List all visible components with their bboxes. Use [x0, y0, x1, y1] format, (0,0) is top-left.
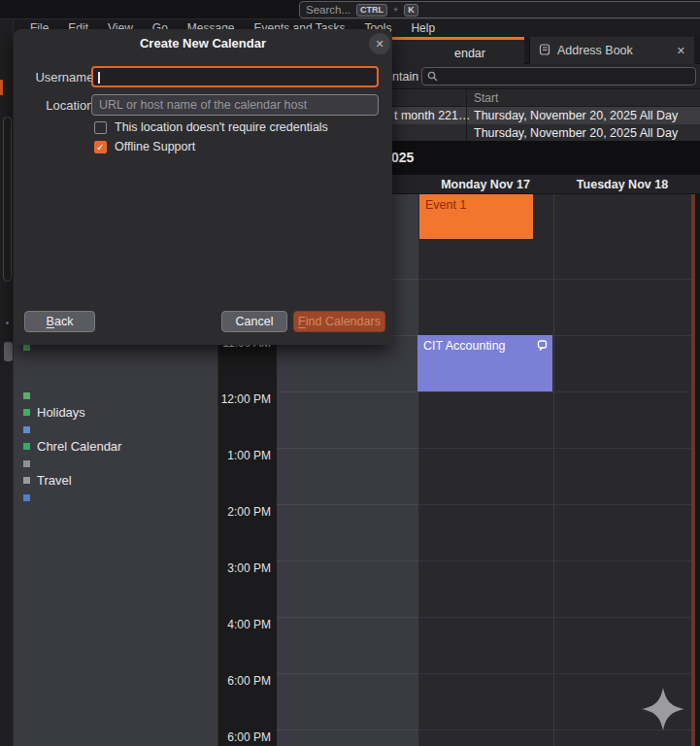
- calendar-name: Holidays: [37, 405, 85, 420]
- event-start-cell: Thursday, November 20, 2025 All Day: [474, 126, 678, 140]
- search-icon: [427, 68, 438, 85]
- back-button[interactable]: Back: [24, 311, 95, 332]
- time-label: 4:00 PM: [227, 618, 271, 631]
- dialog-close-icon[interactable]: ✕: [369, 33, 390, 54]
- allday-event-event1[interactable]: Event 1: [419, 194, 533, 239]
- grid-right-margin: [695, 194, 700, 746]
- offline-support-checkbox-label: Offline Support: [115, 140, 195, 153]
- hour-gridline: [277, 617, 417, 618]
- hour-gridline: [277, 729, 417, 730]
- sparkle-icon: [640, 686, 686, 736]
- event-filter-input[interactable]: [421, 67, 696, 85]
- username-field[interactable]: [91, 66, 379, 87]
- calendar-list-item[interactable]: [23, 456, 208, 471]
- event-title-cell: t month 221…: [394, 109, 471, 122]
- calendar-color-swatch: [23, 460, 30, 467]
- spaces-settings-button[interactable]: [4, 342, 13, 361]
- hour-gridline: [277, 448, 417, 449]
- global-search-input[interactable]: Search... CTRL + K: [299, 1, 700, 18]
- tab-address-book[interactable]: Address Book ✕: [529, 37, 694, 64]
- location-label: Location:: [21, 98, 97, 113]
- offline-support-checkbox-row[interactable]: ✓ Offline Support: [94, 140, 195, 153]
- calendar-list-item-travel[interactable]: Travel: [23, 473, 208, 489]
- username-label: Username:: [21, 70, 97, 85]
- calendar-color-swatch: [23, 494, 30, 501]
- hour-gridline: [277, 391, 417, 392]
- menu-help[interactable]: Help: [402, 20, 444, 36]
- hour-gridline: [277, 560, 417, 561]
- top-search-strip: Search... CTRL + K: [0, 0, 700, 19]
- hour-gridline: [417, 560, 691, 561]
- calendar-color-swatch: [23, 409, 30, 416]
- calendar-color-swatch: [23, 392, 30, 399]
- time-label: 1:00 PM: [227, 449, 271, 462]
- event-start-cell: Thursday, November 20, 2025 All Day: [474, 109, 678, 122]
- event-title: Event 1: [425, 198, 466, 212]
- calendar-name: Chrel Calendar: [37, 439, 121, 454]
- credentials-checkbox-label: This location doesn't require credential…: [115, 120, 328, 134]
- event-title: CIT Accounting: [423, 339, 506, 353]
- hour-gridline: [417, 279, 691, 280]
- week-title-fragment: 025: [391, 150, 414, 165]
- hour-gridline: [417, 504, 691, 505]
- time-label: 2:00 PM: [227, 505, 271, 519]
- calendar-list-item-holidays[interactable]: Holidays: [23, 405, 208, 421]
- search-placeholder: Search...: [306, 4, 350, 16]
- calendar-list-item[interactable]: [23, 490, 208, 505]
- tab-address-book-close-icon[interactable]: ✕: [677, 45, 685, 57]
- kbd-k-badge: K: [404, 4, 418, 17]
- time-label: 3:00 PM: [227, 561, 271, 575]
- time-label: 12:00 PM: [221, 392, 271, 406]
- create-new-calendar-dialog: Create New Calendar ✕ Username: Location…: [14, 29, 392, 345]
- calendar-color-swatch: [23, 477, 30, 484]
- hour-gridline: [417, 448, 691, 449]
- day-header-tuesday[interactable]: Tuesday Nov 18: [553, 178, 691, 191]
- calendar-list-item[interactable]: [23, 388, 208, 403]
- calendar-name: Travel: [37, 473, 72, 488]
- address-book-icon: [539, 42, 550, 59]
- timed-event-cit-accounting[interactable]: CIT Accounting: [417, 335, 552, 391]
- hour-gridline: [277, 504, 417, 505]
- reminder-icon: [537, 340, 548, 354]
- spaces-scrollbar[interactable]: [3, 117, 12, 282]
- tab-address-book-label: Address Book: [557, 44, 670, 57]
- spaces-toolbar: [0, 19, 14, 746]
- tab-calendar-label: endar: [454, 47, 485, 60]
- hour-gridline: [417, 673, 691, 674]
- location-placeholder: URL or host name of the calendar host: [99, 98, 307, 112]
- cancel-button[interactable]: Cancel: [221, 311, 287, 332]
- credentials-checkbox[interactable]: [94, 121, 107, 134]
- time-label: 6:00 PM: [227, 674, 271, 688]
- hour-gridline: [277, 673, 417, 674]
- find-calendars-button[interactable]: Find Calendars: [293, 311, 385, 332]
- filter-label-fragment: ntain: [392, 70, 418, 84]
- text-caret: [98, 72, 100, 84]
- calendar-list-item-chrel-calendar[interactable]: Chrel Calendar: [23, 439, 208, 455]
- time-label: 6:00 PM: [227, 730, 271, 744]
- day-header-monday[interactable]: Monday Nov 17: [417, 178, 553, 191]
- kbd-plus: +: [393, 5, 398, 15]
- active-space-accent: [0, 80, 3, 95]
- column-gridline: [417, 194, 418, 746]
- location-field[interactable]: URL or host name of the calendar host: [91, 94, 379, 116]
- offline-support-checkbox[interactable]: ✓: [94, 141, 107, 153]
- hour-gridline: [417, 391, 691, 392]
- column-start-header[interactable]: Start: [474, 91, 498, 105]
- column-gridline: [553, 194, 554, 746]
- hour-gridline: [417, 617, 691, 618]
- credentials-checkbox-row[interactable]: This location doesn't require credential…: [94, 120, 328, 134]
- calendar-color-swatch: [23, 443, 30, 450]
- calendar-color-swatch: [23, 426, 30, 433]
- kbd-ctrl-badge: CTRL: [356, 4, 387, 17]
- spaces-dot: [6, 322, 9, 324]
- dialog-title: Create New Calendar: [14, 36, 392, 51]
- day-columns[interactable]: [417, 194, 691, 746]
- list-column-divider: [466, 89, 467, 141]
- calendar-list-item[interactable]: [23, 422, 208, 437]
